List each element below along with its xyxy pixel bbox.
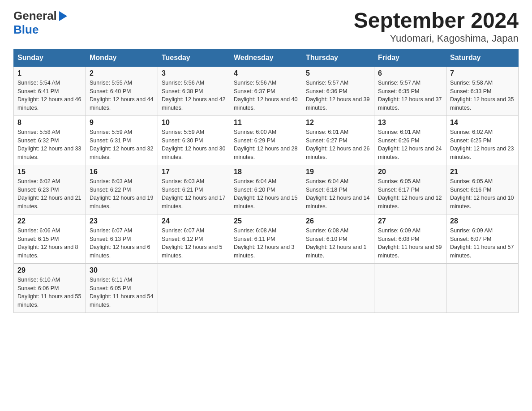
calendar-week-row: 1Sunrise: 5:54 AMSunset: 6:41 PMDaylight… [14, 66, 519, 116]
svg-marker-0 [59, 11, 67, 21]
day-info: Sunrise: 6:10 AMSunset: 6:06 PMDaylight:… [17, 276, 82, 309]
day-number: 21 [450, 168, 515, 176]
calendar-day-cell: 30Sunrise: 6:11 AMSunset: 6:05 PMDayligh… [86, 263, 158, 313]
logo-blue: Blue [13, 23, 39, 36]
calendar-day-cell: 26Sunrise: 6:08 AMSunset: 6:10 PMDayligh… [302, 214, 374, 263]
day-number: 11 [234, 119, 298, 127]
day-info: Sunrise: 6:04 AMSunset: 6:20 PMDaylight:… [234, 177, 298, 211]
day-number: 7 [450, 69, 515, 77]
calendar-day-cell: 11Sunrise: 6:00 AMSunset: 6:29 PMDayligh… [230, 116, 302, 165]
calendar-day-cell: 4Sunrise: 5:56 AMSunset: 6:37 PMDaylight… [230, 66, 302, 116]
calendar-day-cell: 3Sunrise: 5:56 AMSunset: 6:38 PMDaylight… [158, 66, 230, 116]
calendar-day-cell: 8Sunrise: 5:58 AMSunset: 6:32 PMDaylight… [14, 116, 86, 165]
header-thursday: Thursday [302, 49, 374, 66]
day-info: Sunrise: 5:59 AMSunset: 6:31 PMDaylight:… [90, 128, 154, 162]
day-info: Sunrise: 6:01 AMSunset: 6:27 PMDaylight:… [306, 128, 370, 162]
day-number: 29 [17, 266, 82, 274]
calendar-day-cell [230, 263, 302, 313]
day-info: Sunrise: 6:04 AMSunset: 6:18 PMDaylight:… [306, 177, 370, 211]
calendar-day-cell: 25Sunrise: 6:08 AMSunset: 6:11 PMDayligh… [230, 214, 302, 263]
day-info: Sunrise: 5:56 AMSunset: 6:37 PMDaylight:… [234, 79, 298, 112]
day-info: Sunrise: 6:09 AMSunset: 6:08 PMDaylight:… [378, 227, 442, 260]
day-info: Sunrise: 6:05 AMSunset: 6:16 PMDaylight:… [450, 177, 515, 211]
calendar-day-cell: 1Sunrise: 5:54 AMSunset: 6:41 PMDaylight… [14, 66, 86, 116]
calendar-week-row: 15Sunrise: 6:02 AMSunset: 6:23 PMDayligh… [14, 165, 519, 214]
day-number: 20 [378, 168, 442, 176]
day-number: 18 [234, 168, 298, 176]
calendar-day-cell: 27Sunrise: 6:09 AMSunset: 6:08 PMDayligh… [374, 214, 446, 263]
day-info: Sunrise: 6:03 AMSunset: 6:21 PMDaylight:… [162, 177, 226, 211]
day-number: 3 [162, 69, 226, 77]
calendar-day-cell: 19Sunrise: 6:04 AMSunset: 6:18 PMDayligh… [302, 165, 374, 214]
calendar-day-cell [374, 263, 446, 313]
day-number: 1 [17, 69, 82, 77]
header-wednesday: Wednesday [230, 49, 302, 66]
calendar-day-cell: 14Sunrise: 6:02 AMSunset: 6:25 PMDayligh… [446, 116, 519, 165]
logo-arrow-icon [58, 11, 67, 21]
calendar-week-row: 8Sunrise: 5:58 AMSunset: 6:32 PMDaylight… [14, 116, 519, 165]
day-number: 16 [90, 168, 154, 176]
day-number: 10 [162, 119, 226, 127]
day-info: Sunrise: 6:07 AMSunset: 6:12 PMDaylight:… [162, 227, 226, 260]
day-number: 4 [234, 69, 298, 77]
day-number: 27 [378, 217, 442, 225]
calendar-day-cell: 12Sunrise: 6:01 AMSunset: 6:27 PMDayligh… [302, 116, 374, 165]
day-number: 6 [378, 69, 442, 77]
day-info: Sunrise: 6:08 AMSunset: 6:11 PMDaylight:… [234, 227, 298, 260]
calendar-day-cell: 9Sunrise: 5:59 AMSunset: 6:31 PMDaylight… [86, 116, 158, 165]
calendar-day-cell: 17Sunrise: 6:03 AMSunset: 6:21 PMDayligh… [158, 165, 230, 214]
calendar-day-cell: 21Sunrise: 6:05 AMSunset: 6:16 PMDayligh… [446, 165, 519, 214]
calendar-day-cell [302, 263, 374, 313]
calendar-day-cell: 2Sunrise: 5:55 AMSunset: 6:40 PMDaylight… [86, 66, 158, 116]
day-info: Sunrise: 6:03 AMSunset: 6:22 PMDaylight:… [90, 177, 154, 211]
day-info: Sunrise: 5:58 AMSunset: 6:32 PMDaylight:… [17, 128, 82, 162]
day-info: Sunrise: 6:07 AMSunset: 6:13 PMDaylight:… [90, 227, 154, 260]
calendar-day-cell: 16Sunrise: 6:03 AMSunset: 6:22 PMDayligh… [86, 165, 158, 214]
day-info: Sunrise: 6:02 AMSunset: 6:23 PMDaylight:… [17, 177, 82, 211]
day-number: 30 [90, 266, 154, 274]
day-info: Sunrise: 6:02 AMSunset: 6:25 PMDaylight:… [450, 128, 515, 162]
day-number: 2 [90, 69, 154, 77]
day-info: Sunrise: 5:58 AMSunset: 6:33 PMDaylight:… [450, 79, 515, 112]
day-info: Sunrise: 6:11 AMSunset: 6:05 PMDaylight:… [90, 276, 154, 309]
calendar-day-cell: 24Sunrise: 6:07 AMSunset: 6:12 PMDayligh… [158, 214, 230, 263]
logo-general: General [13, 9, 57, 23]
logo: General Blue [13, 9, 67, 37]
day-info: Sunrise: 6:09 AMSunset: 6:07 PMDaylight:… [450, 227, 515, 260]
header-monday: Monday [86, 49, 158, 66]
calendar-day-cell: 7Sunrise: 5:58 AMSunset: 6:33 PMDaylight… [446, 66, 519, 116]
calendar-day-cell: 13Sunrise: 6:01 AMSunset: 6:26 PMDayligh… [374, 116, 446, 165]
calendar-header-row: Sunday Monday Tuesday Wednesday Thursday… [14, 49, 519, 66]
day-info: Sunrise: 5:56 AMSunset: 6:38 PMDaylight:… [162, 79, 226, 112]
calendar-day-cell: 22Sunrise: 6:06 AMSunset: 6:15 PMDayligh… [14, 214, 86, 263]
calendar-day-cell: 5Sunrise: 5:57 AMSunset: 6:36 PMDaylight… [302, 66, 374, 116]
day-info: Sunrise: 6:05 AMSunset: 6:17 PMDaylight:… [378, 177, 442, 211]
day-number: 15 [17, 168, 82, 176]
day-number: 5 [306, 69, 370, 77]
calendar-day-cell: 15Sunrise: 6:02 AMSunset: 6:23 PMDayligh… [14, 165, 86, 214]
header-sunday: Sunday [14, 49, 86, 66]
day-number: 9 [90, 119, 154, 127]
calendar-day-cell: 28Sunrise: 6:09 AMSunset: 6:07 PMDayligh… [446, 214, 519, 263]
day-info: Sunrise: 5:54 AMSunset: 6:41 PMDaylight:… [17, 79, 82, 112]
day-info: Sunrise: 6:00 AMSunset: 6:29 PMDaylight:… [234, 128, 298, 162]
day-info: Sunrise: 5:55 AMSunset: 6:40 PMDaylight:… [90, 79, 154, 112]
header-saturday: Saturday [446, 49, 519, 66]
header-tuesday: Tuesday [158, 49, 230, 66]
calendar-week-row: 22Sunrise: 6:06 AMSunset: 6:15 PMDayligh… [14, 214, 519, 263]
day-number: 8 [17, 119, 82, 127]
day-number: 24 [162, 217, 226, 225]
header-friday: Friday [374, 49, 446, 66]
day-info: Sunrise: 6:01 AMSunset: 6:26 PMDaylight:… [378, 128, 442, 162]
calendar-day-cell: 23Sunrise: 6:07 AMSunset: 6:13 PMDayligh… [86, 214, 158, 263]
day-number: 26 [306, 217, 370, 225]
day-number: 28 [450, 217, 515, 225]
day-number: 12 [306, 119, 370, 127]
calendar-day-cell: 10Sunrise: 5:59 AMSunset: 6:30 PMDayligh… [158, 116, 230, 165]
day-number: 22 [17, 217, 82, 225]
day-number: 25 [234, 217, 298, 225]
calendar-table: Sunday Monday Tuesday Wednesday Thursday… [13, 49, 519, 313]
calendar-day-cell [446, 263, 519, 313]
calendar-day-cell [158, 263, 230, 313]
day-number: 19 [306, 168, 370, 176]
